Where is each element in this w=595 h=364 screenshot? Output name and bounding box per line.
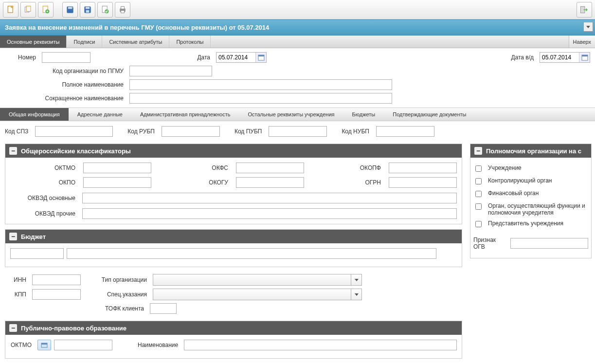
label-nubp: Код НУБП xyxy=(342,128,372,135)
tool-doc-check[interactable] xyxy=(97,2,113,18)
date-input-wrap xyxy=(216,52,267,63)
toggle-ppo[interactable]: − xyxy=(9,324,17,332)
check-financial[interactable] xyxy=(475,191,482,197)
toggle-budget[interactable]: − xyxy=(9,233,17,240)
label-ppo-name: Наименование xyxy=(138,342,181,348)
input-ogrn[interactable] xyxy=(389,177,457,188)
check-controlling[interactable] xyxy=(475,178,482,184)
tab-system-attrs[interactable]: Системные атрибуты xyxy=(102,36,169,48)
input-ogv[interactable] xyxy=(510,238,588,249)
subtab-other-req[interactable]: Остальные реквизиты учреждения xyxy=(239,108,343,121)
input-okved-other[interactable] xyxy=(82,208,457,219)
tool-doc-export[interactable] xyxy=(38,2,54,18)
input-org-code[interactable] xyxy=(129,66,212,76)
label-pubp: Код ПУБП xyxy=(234,128,265,135)
lookup-oktmo-icon[interactable] xyxy=(37,340,51,350)
title-dropdown[interactable] xyxy=(583,22,593,32)
svg-rect-20 xyxy=(258,55,264,56)
main-toolbar xyxy=(0,0,595,19)
input-inn[interactable] xyxy=(32,274,81,285)
subtab-general[interactable]: Общая информация xyxy=(0,108,69,121)
input-budget-code[interactable] xyxy=(10,248,64,259)
subtab-documents[interactable]: Подтверждающие документы xyxy=(384,108,475,121)
input-ppo-oktmo[interactable] xyxy=(54,340,112,350)
label-ppo-oktmo: ОКТМО xyxy=(10,342,35,348)
subtab-address[interactable]: Адресные данные xyxy=(69,108,131,121)
tool-print[interactable] xyxy=(115,2,130,18)
input-budget-name[interactable] xyxy=(67,248,436,259)
title-banner: Заявка на внесение изменений в перечень … xyxy=(0,19,595,36)
label-kpp: КПП xyxy=(5,291,29,298)
check-label-3: Орган, осуществляющий функции и полномоч… xyxy=(488,202,588,216)
input-number[interactable] xyxy=(42,52,90,63)
tool-doc-new[interactable] xyxy=(3,2,18,18)
panel-powers: − Полномочия организации на с Учреждение… xyxy=(470,144,592,258)
svg-rect-7 xyxy=(68,7,72,9)
chevron-down-icon[interactable] xyxy=(351,274,361,285)
codes-row: Код СПЗ Код РУБП Код ПУБП Код НУБП xyxy=(5,126,590,137)
check-label-1: Контролирующий орган xyxy=(488,177,552,184)
chevron-down-icon-2[interactable] xyxy=(351,289,361,300)
svg-marker-23 xyxy=(355,279,359,281)
subtab-budgets[interactable]: Бюджеты xyxy=(343,108,384,121)
check-representative[interactable] xyxy=(475,221,482,227)
label-orgtype: Тип организации xyxy=(96,276,150,283)
tool-doc-copy[interactable] xyxy=(20,2,36,18)
input-oktmo[interactable] xyxy=(83,163,151,173)
check-founder[interactable] xyxy=(475,203,482,210)
label-okved-main: ОКВЭД основные xyxy=(10,195,78,201)
title-text: Заявка на внесение изменений в перечень … xyxy=(5,24,269,31)
label-okfs: ОКФС xyxy=(192,164,231,171)
label-okogu: ОКОГУ xyxy=(192,179,231,186)
select-spec[interactable] xyxy=(153,289,362,300)
input-nubp[interactable] xyxy=(376,126,434,137)
select-orgtype[interactable] xyxy=(153,274,362,286)
input-tofk[interactable] xyxy=(150,303,177,314)
date2-input-wrap xyxy=(540,52,590,63)
input-okved-main[interactable] xyxy=(82,193,457,203)
tab-protocols[interactable]: Протоколы xyxy=(169,36,211,48)
input-date2[interactable] xyxy=(540,53,579,62)
scroll-top-button[interactable]: Наверх xyxy=(569,36,595,48)
subtab-admin[interactable]: Административная принадлежность xyxy=(131,108,239,121)
label-org-code: Код организации по ПГМУ xyxy=(5,68,126,74)
tab-main-details[interactable]: Основные реквизиты xyxy=(0,36,67,48)
calendar-icon[interactable] xyxy=(255,53,266,62)
tool-save[interactable] xyxy=(80,2,95,18)
input-rubp[interactable] xyxy=(162,126,220,137)
input-full-name[interactable] xyxy=(129,79,392,90)
svg-rect-3 xyxy=(27,6,31,11)
input-kpp[interactable] xyxy=(32,289,81,300)
label-date: Дата xyxy=(194,54,213,61)
tab-signatures[interactable]: Подписи xyxy=(67,36,102,48)
input-ppo-name[interactable] xyxy=(184,340,457,350)
label-ogv: Признак ОГВ xyxy=(473,237,507,250)
input-short-name[interactable] xyxy=(129,93,392,104)
input-okpo[interactable] xyxy=(83,177,151,188)
calendar-icon-2[interactable] xyxy=(579,53,590,62)
label-inn: ИНН xyxy=(5,276,29,283)
input-okopf[interactable] xyxy=(389,163,457,173)
label-okved-other: ОКВЭД прочие xyxy=(10,210,78,217)
svg-rect-22 xyxy=(582,55,588,56)
label-date2: Дата в/д xyxy=(511,54,537,61)
label-full-name: Полное наименование xyxy=(5,81,126,88)
tool-exit[interactable] xyxy=(577,2,592,18)
check-institution[interactable] xyxy=(475,165,482,172)
check-label-4: Представитель учреждения xyxy=(488,220,563,227)
label-ogrn: ОГРН xyxy=(345,179,384,186)
label-spz: Код СПЗ xyxy=(5,128,31,135)
tool-save-extra[interactable] xyxy=(62,2,78,18)
toggle-classifiers[interactable]: − xyxy=(9,147,17,155)
input-date[interactable] xyxy=(216,53,255,62)
input-okogu[interactable] xyxy=(236,177,304,188)
svg-marker-18 xyxy=(586,26,590,28)
toggle-powers[interactable]: − xyxy=(474,147,482,155)
input-pubp[interactable] xyxy=(269,126,327,137)
svg-rect-10 xyxy=(86,7,90,9)
svg-rect-15 xyxy=(121,6,125,9)
input-okfs[interactable] xyxy=(236,163,304,173)
label-oktmo: ОКТМО xyxy=(10,164,78,171)
label-rubp: Код РУБП xyxy=(127,128,158,135)
input-spz[interactable] xyxy=(35,126,113,137)
